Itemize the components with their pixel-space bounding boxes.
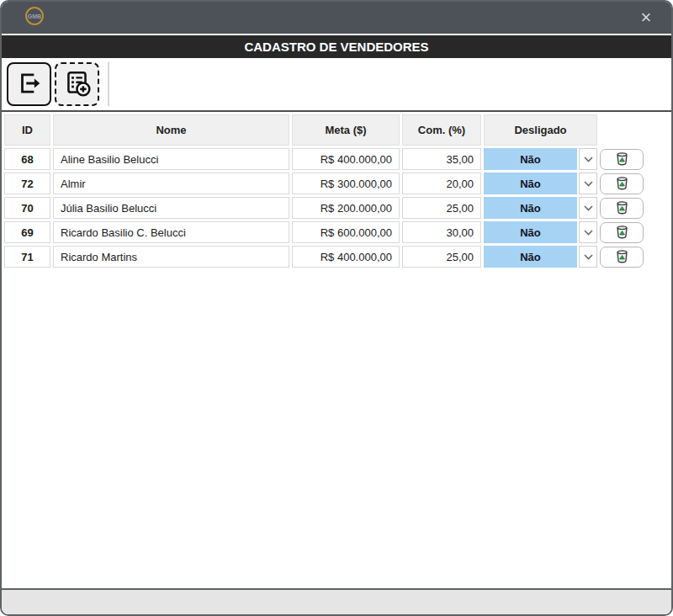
cell-actions bbox=[600, 197, 645, 219]
trash-icon bbox=[614, 248, 630, 266]
page-title: CADASTRO DE VENDEDORES bbox=[2, 35, 671, 58]
chevron-down-icon[interactable] bbox=[579, 197, 597, 219]
cell-nome[interactable]: Ricardo Martins bbox=[53, 246, 289, 268]
add-record-icon bbox=[62, 68, 93, 101]
app-logo-icon: GMB bbox=[25, 7, 44, 25]
toolbar bbox=[2, 58, 671, 110]
cell-nome[interactable]: Aline Basilio Belucci bbox=[53, 148, 289, 170]
cell-meta[interactable]: R$ 400.000,00 bbox=[292, 148, 400, 170]
cell-meta[interactable]: R$ 600.000,00 bbox=[292, 221, 400, 243]
cell-meta[interactable]: R$ 400.000,00 bbox=[292, 246, 400, 268]
column-header-desligado[interactable]: Desligado bbox=[484, 114, 597, 146]
desligado-combobox[interactable]: Não bbox=[484, 173, 597, 194]
chevron-down-icon[interactable] bbox=[579, 221, 597, 243]
desligado-combobox[interactable]: Não bbox=[484, 197, 597, 219]
column-header-id[interactable]: ID bbox=[4, 114, 50, 146]
trash-icon bbox=[614, 224, 630, 242]
chevron-down-icon[interactable] bbox=[579, 148, 597, 170]
cell-id: 69 bbox=[4, 221, 50, 243]
column-header-meta[interactable]: Meta ($) bbox=[292, 114, 400, 146]
trash-icon bbox=[614, 175, 630, 193]
trash-icon bbox=[614, 151, 630, 168]
delete-row-button[interactable] bbox=[600, 222, 644, 243]
logo-text: GMB bbox=[28, 13, 41, 19]
cell-id: 72 bbox=[4, 173, 50, 194]
desligado-value: Não bbox=[484, 221, 577, 243]
cell-id: 68 bbox=[4, 148, 50, 170]
cell-com[interactable]: 25,00 bbox=[402, 197, 481, 219]
cell-actions bbox=[600, 173, 645, 194]
column-header-com[interactable]: Com. (%) bbox=[402, 114, 481, 146]
cell-com[interactable]: 35,00 bbox=[402, 148, 481, 170]
page-title-text: CADASTRO DE VENDEDORES bbox=[244, 40, 428, 54]
delete-row-button[interactable] bbox=[600, 198, 644, 219]
vendors-grid: ID Nome Meta ($) Com. (%) Desligado 68 A… bbox=[2, 112, 671, 588]
close-icon: × bbox=[641, 7, 652, 29]
exit-button[interactable] bbox=[7, 62, 51, 106]
desligado-value: Não bbox=[484, 246, 577, 268]
cell-com[interactable]: 25,00 bbox=[402, 246, 481, 268]
delete-row-button[interactable] bbox=[600, 247, 644, 268]
desligado-value: Não bbox=[484, 148, 577, 170]
titlebar[interactable]: GMB × bbox=[2, 2, 671, 34]
desligado-value: Não bbox=[484, 173, 577, 194]
close-button[interactable]: × bbox=[633, 5, 660, 30]
cell-id: 70 bbox=[4, 197, 50, 219]
desligado-combobox[interactable]: Não bbox=[484, 221, 597, 243]
exit-icon bbox=[15, 69, 44, 100]
cell-nome[interactable]: Júlia Basilio Belucci bbox=[53, 197, 289, 219]
cell-actions bbox=[600, 246, 645, 268]
chevron-down-icon[interactable] bbox=[579, 246, 597, 268]
desligado-combobox[interactable]: Não bbox=[484, 246, 597, 268]
table-body: ID Nome Meta ($) Com. (%) Desligado 68 A… bbox=[4, 114, 671, 268]
delete-row-button[interactable] bbox=[600, 149, 644, 170]
cell-meta[interactable]: R$ 300.000,00 bbox=[292, 173, 400, 194]
desligado-combobox[interactable]: Não bbox=[484, 148, 597, 170]
cell-id: 71 bbox=[4, 246, 50, 268]
app-window: GMB × CADASTRO DE VENDEDORES bbox=[0, 0, 673, 616]
cell-com[interactable]: 20,00 bbox=[402, 173, 481, 194]
cell-nome[interactable]: Ricardo Basilio C. Belucci bbox=[53, 221, 289, 243]
cell-actions bbox=[600, 221, 645, 243]
column-header-actions bbox=[600, 114, 645, 144]
cell-nome[interactable]: Almir bbox=[53, 173, 289, 194]
cell-actions bbox=[600, 148, 645, 170]
chevron-down-icon[interactable] bbox=[579, 173, 597, 194]
trash-icon bbox=[614, 199, 630, 217]
toolbar-separator bbox=[108, 62, 109, 106]
cell-com[interactable]: 30,00 bbox=[402, 221, 481, 243]
delete-row-button[interactable] bbox=[600, 173, 644, 194]
column-header-nome[interactable]: Nome bbox=[53, 114, 289, 146]
status-bar bbox=[2, 588, 671, 614]
desligado-value: Não bbox=[484, 197, 577, 219]
cell-meta[interactable]: R$ 200.000,00 bbox=[292, 197, 400, 219]
add-record-button[interactable] bbox=[55, 62, 99, 106]
